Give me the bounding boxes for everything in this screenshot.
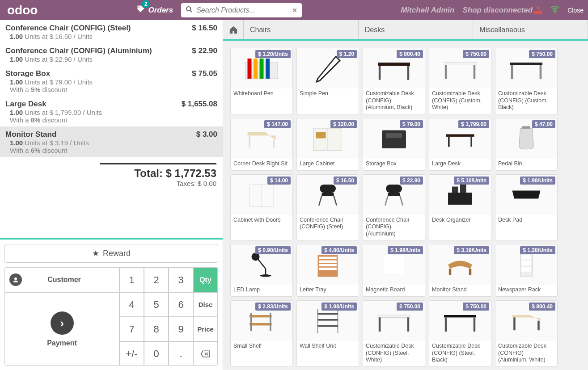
key-1[interactable]: 1 [119, 268, 144, 292]
key-7[interactable]: 7 [119, 317, 144, 341]
logo: odoo [4, 3, 38, 17]
product-price: $ 750.00 [463, 303, 489, 311]
product-card[interactable]: $ 22.90 Conference Chair (CONFIG) (Alumi… [363, 174, 425, 241]
svg-rect-13 [379, 66, 381, 80]
product-name: Storage Box [363, 159, 425, 170]
key-0[interactable]: 0 [144, 341, 169, 366]
product-card[interactable]: $ 1,799.00 Large Desk [429, 118, 491, 171]
product-card[interactable]: $ 1.20/Units Whiteboard Pen [230, 48, 293, 114]
category-desks[interactable]: Desks [359, 20, 474, 39]
product-card[interactable]: $ 2.83/Units Small Shelf [230, 300, 293, 367]
payment-button[interactable]: › Payment [5, 292, 119, 366]
search-box[interactable]: ✕ [181, 3, 302, 17]
mode-qty[interactable]: Qty [193, 268, 218, 292]
product-card[interactable]: $ 16.50 Conference Chair (CONFIG) (Steel… [296, 174, 359, 241]
key-backspace[interactable] [193, 341, 218, 366]
key-9[interactable]: 9 [169, 317, 193, 341]
clear-search-icon[interactable]: ✕ [292, 7, 297, 14]
svg-rect-63 [250, 313, 252, 331]
product-card[interactable]: $ 320.00 Large Cabinet [296, 118, 359, 171]
svg-rect-17 [474, 65, 476, 79]
customer-button[interactable]: Customer [5, 268, 119, 292]
orders-label: Orders [148, 6, 173, 15]
svg-rect-73 [444, 315, 476, 317]
svg-rect-22 [273, 140, 275, 147]
product-card[interactable]: $ 750.00 Customizable Desk (CONFIG) (Cus… [429, 48, 491, 114]
product-price: $ 1.20/Units [255, 50, 291, 58]
network-icon [534, 7, 542, 14]
svg-rect-51 [319, 260, 337, 262]
product-name: Newspaper Rack [495, 285, 557, 296]
product-card[interactable]: $ 750.00 Customizable Desk (CONFIG) (Ste… [429, 300, 491, 367]
svg-rect-59 [521, 261, 531, 265]
product-card[interactable]: $ 750.00 Customizable Desk (CONFIG) (Ste… [363, 300, 425, 367]
product-card[interactable]: $ 79.00 Storage Box [363, 118, 425, 171]
product-card[interactable]: $ 3.19/Units Monitor Stand [429, 244, 491, 297]
product-name: Letter Tray [297, 285, 359, 296]
product-card[interactable]: $ 1.98/Units Desk Pad [495, 174, 558, 241]
product-card[interactable]: $ 47.00 Pedal Bin [495, 118, 558, 171]
key-plusminus[interactable]: +/- [119, 341, 144, 366]
svg-rect-68 [318, 319, 338, 321]
key-dot[interactable]: . [169, 341, 193, 366]
product-card[interactable]: $ 1.28/Units Newspaper Rack [495, 244, 558, 297]
svg-rect-76 [513, 317, 516, 330]
home-category[interactable] [223, 20, 244, 39]
product-card[interactable]: $ 1.98/Units Magnetic Board [363, 244, 425, 297]
category-bar: Chairs Desks Miscellaneous [223, 20, 588, 41]
category-chairs[interactable]: Chairs [244, 20, 359, 39]
order-line[interactable]: Conference Chair (CONFIG) (Steel)$ 16.50… [0, 20, 223, 43]
product-card[interactable]: $ 1.98/Units Wall Shelf Unit [296, 300, 359, 367]
key-3[interactable]: 3 [169, 268, 193, 292]
product-card[interactable]: $ 5.10/Units Desk Organizer [429, 174, 491, 241]
username[interactable]: Mitchell Admin [401, 6, 454, 15]
key-5[interactable]: 5 [144, 292, 169, 317]
product-name: Conference Chair (CONFIG) (Aluminium) [363, 215, 425, 240]
svg-rect-18 [510, 63, 542, 65]
product-card[interactable]: $ 800.40 Customizable Desk (CONFIG) (Alu… [363, 48, 425, 114]
svg-point-1 [186, 7, 190, 11]
key-2[interactable]: 2 [144, 268, 169, 292]
product-price: $ 1.98/Units [520, 177, 555, 185]
svg-rect-30 [470, 137, 472, 147]
product-price: $ 47.00 [532, 120, 555, 128]
orders-button[interactable]: 2 Orders [136, 4, 173, 16]
svg-rect-58 [521, 255, 531, 260]
svg-rect-19 [511, 65, 513, 79]
key-8[interactable]: 8 [144, 317, 169, 341]
key-4[interactable]: 4 [119, 292, 144, 317]
product-card[interactable]: $ 750.00 Customizable Desk (CONFIG) (Cus… [495, 48, 558, 114]
order-line[interactable]: Conference Chair (CONFIG) (Aluminium)$ 2… [0, 43, 223, 66]
order-line[interactable]: Large Desk$ 1,655.08 1.00 Units at $ 1,7… [0, 96, 223, 126]
order-line[interactable]: Monitor Stand$ 3.00 1.00 Units at $ 3.19… [0, 126, 223, 157]
order-line[interactable]: Storage Box$ 75.05 1.00 Units at $ 79.00… [0, 66, 223, 96]
order-panel: Conference Chair (CONFIG) (Steel)$ 16.50… [0, 20, 223, 370]
home-icon [228, 25, 238, 34]
svg-line-37 [334, 196, 337, 206]
product-card[interactable]: $ 0.90/Units LED Lamp [230, 244, 293, 297]
product-card[interactable]: $ 14.00 Cabinet with Doors [230, 174, 293, 241]
product-card[interactable]: $ 4.80/Units Letter Tray [296, 244, 359, 297]
key-6[interactable]: 6 [169, 292, 193, 317]
product-card[interactable]: $ 147.00 Corner Desk Right Sit [230, 118, 293, 171]
reward-button[interactable]: ★ Reward [4, 244, 218, 263]
svg-rect-39 [388, 193, 400, 196]
product-price: $ 16.50 [334, 177, 357, 185]
product-name: Desk Pad [495, 215, 557, 227]
svg-rect-56 [469, 269, 471, 275]
product-name: Customizable Desk (CONFIG) (Aluminium, B… [363, 88, 425, 114]
product-card[interactable]: $ 800.40 Customizable Desk (CONFIG) (Alu… [495, 300, 558, 367]
category-misc[interactable]: Miscellaneous [473, 20, 588, 39]
product-card[interactable]: $ 1.20 Simple Pen [296, 48, 359, 114]
close-button[interactable]: Close [567, 7, 584, 14]
mode-price[interactable]: Price [193, 317, 218, 341]
product-name: Customizable Desk (CONFIG) (Steel, Black… [429, 341, 491, 366]
product-price: $ 800.40 [397, 50, 423, 58]
product-name: Small Shelf [231, 341, 292, 353]
svg-rect-62 [250, 323, 272, 325]
svg-rect-74 [445, 317, 447, 332]
search-input[interactable] [196, 6, 292, 14]
mode-disc[interactable]: Disc [193, 292, 218, 317]
product-name: LED Lamp [231, 285, 292, 296]
product-price: $ 79.00 [400, 120, 423, 128]
